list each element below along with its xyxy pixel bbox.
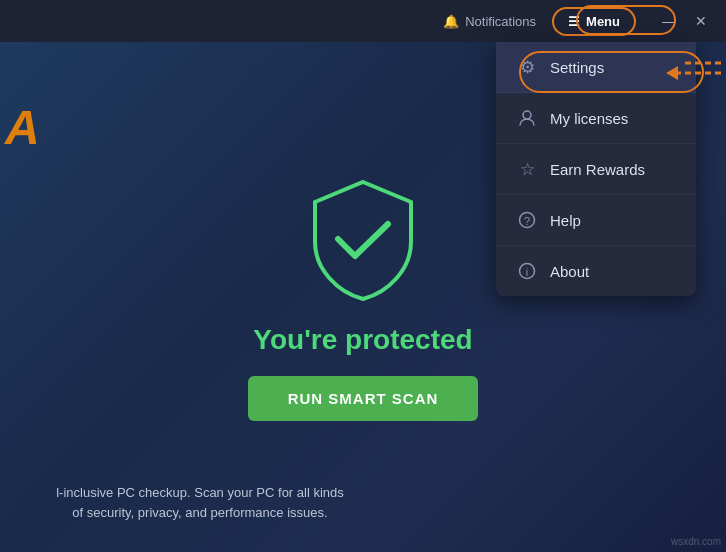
settings-icon: ⚙ (516, 56, 538, 78)
dropdown-menu: ⚙ Settings My licenses ☆ Earn Rewards ? … (496, 42, 696, 296)
run-smart-scan-button[interactable]: RUN SMART SCAN (248, 376, 479, 421)
notifications-button[interactable]: 🔔 Notifications (435, 10, 544, 33)
star-icon: ☆ (516, 158, 538, 180)
shield-container (303, 174, 423, 304)
left-logo: A (0, 84, 60, 552)
licenses-icon (516, 107, 538, 129)
shield-icon (303, 174, 423, 304)
svg-point-0 (523, 111, 531, 119)
title-bar-actions: 🔔 Notifications ☰ Menu — ✕ (435, 6, 716, 36)
settings-label: Settings (550, 59, 604, 76)
earn-rewards-label: Earn Rewards (550, 161, 645, 178)
content-center: You're protected RUN SMART SCAN (248, 174, 479, 421)
description-text: l-inclusive PC checkup. Scan your PC for… (50, 483, 350, 522)
bell-icon: 🔔 (443, 14, 459, 29)
menu-button[interactable]: ☰ Menu (552, 7, 636, 36)
menu-item-my-licenses[interactable]: My licenses (496, 93, 696, 144)
info-icon: i (516, 260, 538, 282)
menu-item-earn-rewards[interactable]: ☆ Earn Rewards (496, 144, 696, 195)
watermark: wsxdn.com (671, 536, 721, 547)
about-label: About (550, 263, 589, 280)
minimize-button[interactable]: — (654, 6, 684, 36)
my-licenses-label: My licenses (550, 110, 628, 127)
hamburger-icon: ☰ (568, 14, 580, 29)
svg-text:?: ? (524, 215, 530, 227)
menu-item-help[interactable]: ? Help (496, 195, 696, 246)
svg-text:i: i (526, 266, 528, 278)
title-bar: 🔔 Notifications ☰ Menu — ✕ (0, 0, 726, 42)
help-icon: ? (516, 209, 538, 231)
protected-text: You're protected (253, 324, 472, 356)
notifications-label: Notifications (465, 14, 536, 29)
close-button[interactable]: ✕ (686, 6, 716, 36)
menu-label: Menu (586, 14, 620, 29)
help-label: Help (550, 212, 581, 229)
logo-letter: A (5, 104, 40, 152)
menu-item-settings[interactable]: ⚙ Settings (496, 42, 696, 93)
menu-item-about[interactable]: i About (496, 246, 696, 296)
window-controls: — ✕ (654, 6, 716, 36)
